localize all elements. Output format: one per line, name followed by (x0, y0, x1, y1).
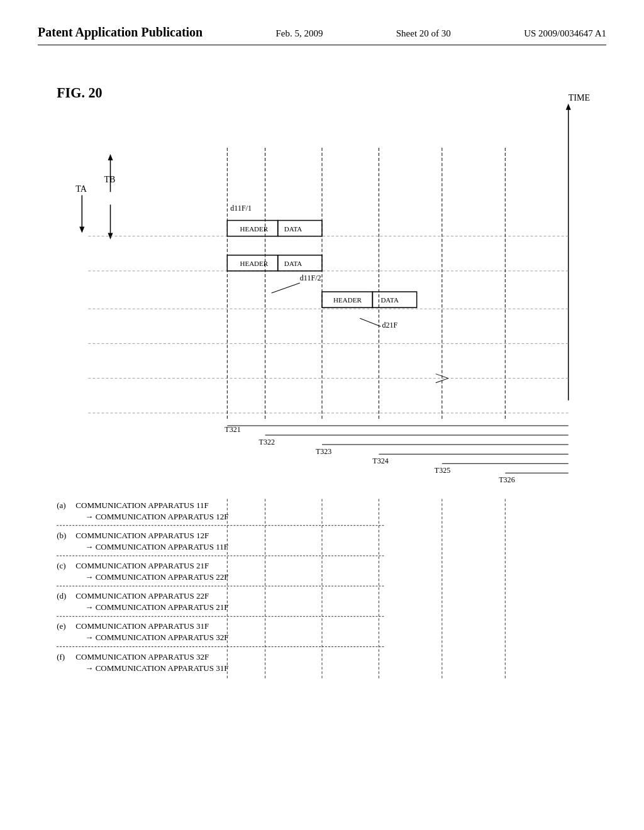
svg-marker-6 (79, 227, 84, 233)
svg-text:(e): (e) (57, 621, 65, 631)
sheet-info: Sheet 20 of 30 (396, 28, 451, 39)
svg-text:T323: T323 (316, 447, 331, 456)
svg-text:d21F: d21F (382, 321, 397, 329)
svg-text:T321: T321 (225, 425, 240, 434)
svg-text:COMMUNICATION APPARATUS 22F: COMMUNICATION APPARATUS 22F (75, 591, 209, 600)
patent-number: US 2009/0034647 A1 (524, 28, 606, 39)
svg-text:T326: T326 (499, 475, 514, 484)
svg-text:→ COMMUNICATION APPARATUS 12F: → COMMUNICATION APPARATUS 12F (85, 512, 228, 521)
publication-title: Patent Application Publication (38, 25, 203, 40)
svg-marker-3 (566, 104, 571, 110)
svg-line-52 (360, 318, 380, 326)
svg-text:DATA: DATA (380, 296, 399, 304)
svg-text:TIME: TIME (569, 92, 590, 102)
svg-text:DATA: DATA (284, 225, 303, 233)
svg-text:TB: TB (104, 174, 115, 184)
svg-text:(a): (a) (57, 501, 65, 510)
svg-text:COMMUNICATION APPARATUS 32F: COMMUNICATION APPARATUS 32F (75, 652, 209, 661)
svg-text:d11F/2: d11F/2 (300, 274, 321, 282)
page-header: Patent Application Publication Feb. 5, 2… (38, 25, 606, 45)
page: Patent Application Publication Feb. 5, 2… (0, 0, 644, 830)
svg-line-46 (272, 283, 300, 293)
svg-text:(c): (c) (57, 561, 65, 570)
svg-marker-9 (108, 154, 113, 160)
svg-text:T324: T324 (372, 456, 388, 465)
svg-text:→ COMMUNICATION APPARATUS 31F: → COMMUNICATION APPARATUS 31F (85, 663, 228, 673)
svg-text:DATA: DATA (284, 260, 303, 267)
svg-text:→ COMMUNICATION APPARATUS 11F: → COMMUNICATION APPARATUS 11F (85, 542, 228, 551)
svg-text:COMMUNICATION APPARATUS 31F: COMMUNICATION APPARATUS 31F (75, 621, 209, 631)
svg-text:→ COMMUNICATION APPARATUS 32F: → COMMUNICATION APPARATUS 32F (85, 633, 228, 642)
svg-text:COMMUNICATION APPARATUS 12F: COMMUNICATION APPARATUS 12F (75, 531, 209, 540)
svg-text:FIG. 20: FIG. 20 (57, 85, 102, 101)
diagram-svg: FIG. 20 TIME TA TB (38, 58, 606, 800)
svg-text:→ COMMUNICATION APPARATUS 21F: → COMMUNICATION APPARATUS 21F (85, 602, 228, 612)
svg-text:COMMUNICATION APPARATUS 11F: COMMUNICATION APPARATUS 11F (75, 501, 208, 510)
figure-area: FIG. 20 TIME TA TB (38, 58, 606, 800)
svg-text:T325: T325 (435, 466, 450, 475)
svg-text:(f): (f) (57, 652, 65, 661)
svg-text:COMMUNICATION APPARATUS 21F: COMMUNICATION APPARATUS 21F (75, 561, 209, 570)
svg-text:d11F/1: d11F/1 (230, 204, 252, 213)
svg-text:T322: T322 (259, 438, 275, 446)
svg-text:HEADER: HEADER (333, 296, 362, 304)
publication-date: Feb. 5, 2009 (276, 28, 323, 39)
svg-text:HEADER: HEADER (240, 225, 268, 233)
svg-text:(b): (b) (57, 531, 66, 540)
svg-text:(d): (d) (57, 591, 66, 600)
svg-text:HEADER: HEADER (240, 260, 268, 267)
svg-text:→ COMMUNICATION APPARATUS 22F: → COMMUNICATION APPARATUS 22F (85, 572, 228, 582)
svg-text:TA: TA (75, 184, 87, 194)
